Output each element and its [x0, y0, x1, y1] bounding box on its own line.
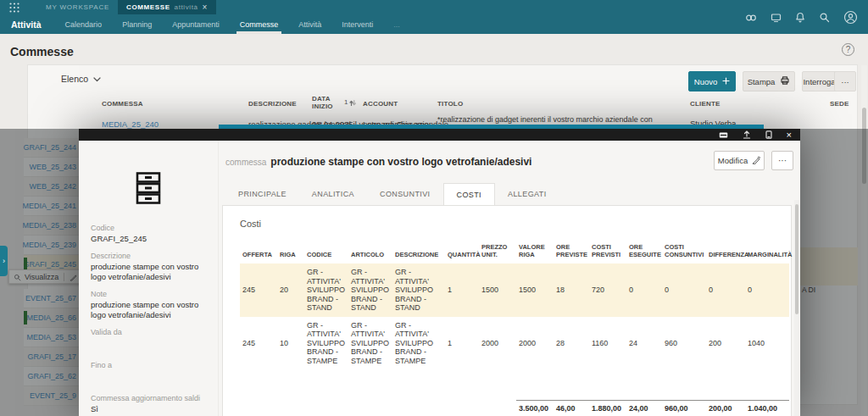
cell-codice: GR - ATTIVITA' SVILUPPO BRAND - STAMPE	[304, 317, 348, 370]
col-header-data-inizio[interactable]: DATA INIZIO	[312, 95, 337, 110]
cell-costi-previsti: 720	[589, 263, 626, 317]
tab-analitica[interactable]: ANALITICA	[299, 183, 367, 205]
profile-icon[interactable]	[843, 10, 858, 25]
tab-commesse-label: COMMESSE	[126, 3, 170, 11]
tab-allegati[interactable]: ALLEGATI	[495, 183, 559, 205]
modifica-button[interactable]: Modifica	[714, 151, 765, 170]
nuovo-button[interactable]: Nuovo	[688, 71, 736, 92]
nav-item-interventi[interactable]: Interventi	[342, 14, 373, 34]
tab-consuntivi[interactable]: CONSUNTIVI	[367, 183, 443, 205]
costs-table: OFFERTA RIGA CODICE ARTICOLO DESCRIZIONE…	[240, 241, 789, 416]
nav-item-attivita[interactable]: Attività	[298, 14, 321, 34]
field-value: produzione stampe con vostro logo vetrof…	[91, 262, 203, 282]
costs-col-quantita: QUANTITÀ	[445, 241, 479, 263]
commessa-detail-modal: ×	[79, 129, 800, 416]
display-icon[interactable]	[771, 13, 782, 23]
total-costi-consuntivi: 960,00	[662, 400, 706, 416]
total-differenza: 200,00	[706, 400, 745, 416]
modal-more-button[interactable]: ···	[771, 151, 793, 170]
costs-col-ore-eseguite: ORE ESEGUITE	[626, 241, 662, 263]
side-panel-toggle[interactable]: ›	[0, 246, 8, 276]
col-header-descrizione[interactable]: DESCRIZIONE	[248, 100, 297, 108]
modal-scrollbar[interactable]	[794, 200, 799, 416]
tab-close-icon[interactable]: ×	[203, 3, 208, 12]
nav-item-calendario[interactable]: Calendario	[65, 14, 103, 34]
modal-main: commessaproduzione stampe con vostro log…	[219, 141, 800, 416]
cell-offerta: 245	[240, 263, 277, 317]
nav-item-planning[interactable]: Planning	[122, 14, 152, 34]
modal-body: Codice GRAFI_25_245 Descrizione produzio…	[79, 141, 800, 416]
commessa-code-link[interactable]: MEDIA_25_240	[102, 119, 159, 129]
page-title: Commesse	[10, 45, 74, 58]
field-codice: Codice GRAFI_25_245	[91, 224, 206, 244]
cell-prezzo-unit: 1500	[479, 263, 516, 317]
record-summary-panel: Codice GRAFI_25_245 Descrizione produzio…	[79, 141, 219, 416]
cell-riga-link[interactable]: 20	[277, 263, 304, 317]
costi-panel: Costi OFFERTA RIGA CODICE	[222, 205, 792, 416]
nav-item-commesse[interactable]: Commesse	[240, 14, 279, 34]
cell-valore-riga: 2000	[516, 317, 554, 370]
list-more-button[interactable]: ···	[834, 71, 856, 92]
stampa-button[interactable]: Stampa	[743, 71, 795, 92]
app-grid-icon[interactable]	[8, 2, 20, 14]
view-selector[interactable]: Elenco	[61, 74, 101, 84]
modal-close-icon[interactable]: ×	[787, 130, 792, 140]
help-icon[interactable]: ?	[842, 43, 854, 56]
cell-costi-consuntivi: 960	[662, 317, 706, 370]
costs-totals-row: 3.500,00 46,00 1.880,00 24,00 960,00 200…	[240, 400, 789, 416]
field-descrizione: Descrizione produzione stampe con vostro…	[91, 252, 206, 282]
total-costi-previsti: 1.880,00	[589, 400, 626, 416]
costs-col-valore-riga: VALORE RIGA	[516, 241, 554, 263]
costs-row[interactable]: 245 10 GR - ATTIVITA' SVILUPPO BRAND - S…	[240, 317, 789, 370]
link-icon[interactable]	[745, 13, 757, 23]
col-header-sede[interactable]: SEDE	[830, 100, 849, 108]
cell-costi-previsti: 1160	[589, 317, 626, 370]
col-header-account[interactable]: ACCOUNT	[363, 100, 398, 108]
cell-prezzo-unit: 2000	[479, 317, 516, 370]
tab-commesse[interactable]: COMMESSE attività ×	[118, 0, 216, 14]
modal-titlebar: ×	[79, 129, 800, 141]
costs-col-costi-previsti: COSTI PREVISTI	[589, 241, 626, 263]
nav-item-appuntamenti[interactable]: Appuntamenti	[172, 14, 220, 34]
stampa-label: Stampa	[748, 77, 776, 86]
col-header-commessa[interactable]: COMMESSA	[102, 100, 143, 108]
top-bar: MY WORKSPACE COMMESSE attività ×	[0, 0, 868, 14]
cell-quantita: 1	[445, 263, 479, 317]
cell-descrizione: GR - ATTIVITA' SVILUPPO BRAND - STAND	[392, 263, 445, 317]
field-label: Fino a	[91, 361, 206, 369]
costs-row[interactable]: 245 20 GR - ATTIVITA' SVILUPPO BRAND - S…	[240, 263, 789, 317]
field-value	[91, 338, 203, 347]
cell-riga-link[interactable]: 10	[277, 317, 304, 370]
cell-costi-consuntivi: 0	[662, 263, 706, 317]
col-header-cliente[interactable]: CLIENTE	[690, 100, 721, 108]
field-fino-a: Fino a	[91, 361, 206, 380]
costs-col-prezzo-unit: PREZZO UNIT.	[479, 241, 516, 263]
notifications-icon[interactable]	[795, 12, 805, 23]
sort-icon[interactable]	[349, 99, 356, 108]
cell-marginalita: 1040	[745, 317, 789, 370]
tab-principale[interactable]: PRINCIPALE	[225, 183, 299, 205]
nav-item-more[interactable]: ...	[393, 14, 400, 34]
tab-my-workspace[interactable]: MY WORKSPACE	[37, 0, 118, 14]
total-valore-riga: 3.500,00	[516, 400, 554, 416]
drawer-cabinet-icon	[91, 171, 206, 205]
cell-articolo: GR - ATTIVITA' SVILUPPO BRAND - STAND	[348, 263, 392, 317]
modal-scrollbar-thumb[interactable]	[795, 204, 798, 314]
cell-ore-previste: 28	[554, 317, 589, 370]
cell-ore-eseguite: 24	[626, 317, 662, 370]
cell-codice: GR - ATTIVITA' SVILUPPO BRAND - STAND	[304, 263, 348, 317]
cell-ore-eseguite: 0	[626, 263, 662, 317]
costs-col-marginalita: MARGINALITÀ	[745, 241, 789, 263]
search-icon[interactable]	[819, 12, 830, 23]
field-valida-da: Valida da	[91, 328, 206, 347]
field-label: Valida da	[91, 328, 206, 336]
field-value: produzione stampe con vostro logo vetrof…	[91, 300, 203, 320]
cell-offerta: 245	[240, 317, 277, 370]
costs-header-row: OFFERTA RIGA CODICE ARTICOLO DESCRIZIONE…	[240, 241, 789, 263]
cell-differenza: 200	[706, 317, 745, 370]
costs-col-offerta: OFFERTA	[240, 241, 277, 263]
costs-col-riga: RIGA	[277, 241, 304, 263]
tab-costi[interactable]: COSTI	[443, 183, 496, 205]
col-header-titolo[interactable]: TITOLO	[437, 100, 463, 108]
costs-col-articolo: ARTICOLO	[348, 241, 392, 263]
